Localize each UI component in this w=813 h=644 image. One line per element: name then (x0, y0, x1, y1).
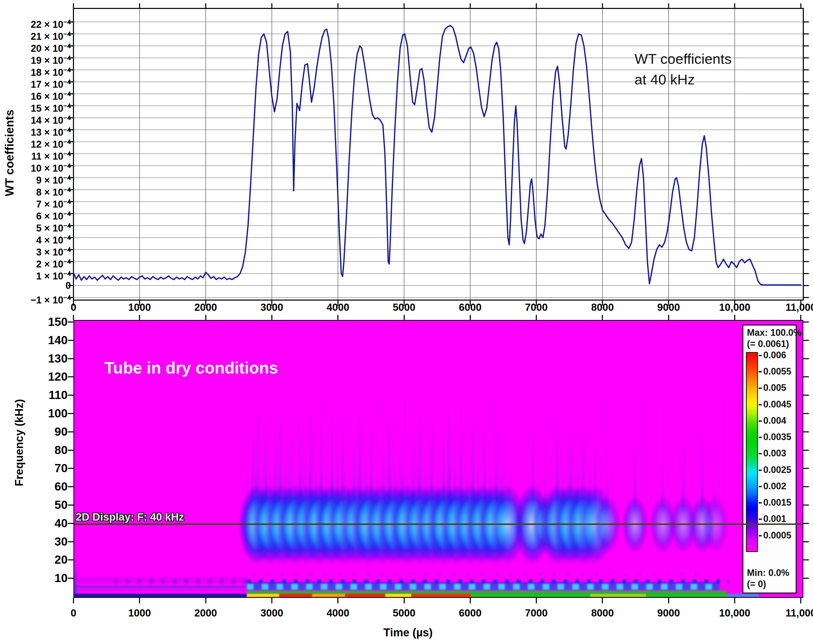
tick (803, 431, 809, 432)
x-tick-label: 6000 (459, 302, 482, 313)
tick (803, 504, 809, 506)
tick (68, 340, 74, 341)
x-tick-label: 2000 (194, 302, 217, 313)
y-tick-label: 10 (15, 571, 67, 585)
tick (803, 413, 809, 414)
colorbar-tick (759, 453, 762, 454)
tick (68, 486, 74, 487)
tick (803, 395, 809, 396)
colorbar-gradient (746, 352, 758, 552)
spectrogram-band-cyan-row (247, 584, 719, 590)
colorbar-tick (759, 470, 762, 471)
colorbar-tick (759, 486, 762, 487)
tick (68, 578, 74, 579)
tick (803, 322, 809, 322)
colorbar-min-percent: Min: 0.0% (747, 567, 789, 578)
spectrogram: Max: 100.0% (= 0.0061) 0.0060.00550.0050… (74, 320, 803, 598)
tick (803, 560, 809, 560)
y-tick-label: 0 (7, 279, 71, 292)
tick (470, 598, 471, 603)
colorbar-tick (759, 437, 762, 438)
colorbar-tick-label: 0.0045 (763, 399, 792, 410)
tick (602, 598, 603, 603)
tick (205, 315, 206, 320)
colorbar-tick (759, 420, 762, 422)
chart-annotation-line1: WT coefficients (635, 48, 732, 69)
tick (803, 358, 809, 359)
chart-annotation: WT coefficients at 40 kHz (635, 48, 732, 90)
x-tick-label: 4000 (327, 607, 350, 619)
tick (470, 315, 471, 320)
x-tick-label: 11,000 (785, 302, 813, 313)
bottom-y-axis-title: Frequency (kHz) (13, 399, 26, 486)
tick (800, 315, 801, 320)
x-tick-label: 1000 (128, 302, 151, 313)
spectrogram-band-bottom-edge (411, 594, 471, 597)
tick (68, 413, 74, 414)
y-tick-label: 30 (15, 535, 67, 548)
chart-annotation-line2: at 40 kHz (635, 69, 732, 90)
tick (272, 315, 272, 320)
tick (68, 504, 74, 506)
spectrogram-band-bottom-edge (471, 594, 590, 597)
colorbar-tick-label: 0.0015 (763, 497, 792, 508)
x-tick-label: 5000 (393, 302, 416, 313)
spectrogram-band-thin-line-6k (74, 586, 247, 587)
colorbar-tick (759, 404, 762, 405)
y-tick-label: 150 (15, 315, 67, 329)
x-tick-label: 9000 (657, 607, 680, 619)
spectrogram-band-bottom-edge (279, 594, 312, 597)
tick (803, 468, 809, 469)
tick (803, 578, 809, 579)
tick (205, 598, 206, 603)
figure: 22 × 10−421 × 10−420 × 10−419 × 10−418 ×… (0, 0, 813, 644)
colorbar-min-value: (= 0) (747, 578, 766, 590)
spectrogram-band-fine-dots-12k (253, 573, 702, 576)
y-tick-label: 50 (15, 498, 67, 512)
frequency-cursor-line[interactable] (74, 523, 802, 525)
tick (734, 315, 735, 320)
x-tick-label: 11,000 (785, 607, 813, 619)
top-y-axis-title: WT coefficients (3, 110, 16, 196)
x-tick-label: 9000 (657, 302, 680, 313)
tick (139, 315, 140, 320)
colorbar-legend: Max: 100.0% (= 0.0061) 0.0060.00550.0050… (742, 325, 797, 593)
tick (803, 523, 809, 524)
colorbar-tick-label: 0.0055 (763, 366, 792, 377)
tick (139, 598, 140, 603)
x-tick-label: 8000 (591, 302, 614, 313)
tick (68, 358, 74, 359)
tick (803, 450, 809, 451)
y-tick-label: 20 (15, 553, 67, 566)
tick (68, 376, 74, 377)
colorbar-tick-label: 0.0025 (763, 465, 792, 475)
colorbar-tick-label: 0.0035 (763, 432, 792, 442)
colorbar-tick (759, 502, 762, 503)
tick (803, 486, 809, 487)
tick (800, 598, 801, 603)
tick (68, 468, 74, 469)
colorbar-tick (759, 388, 762, 389)
x-tick-label: 3000 (260, 607, 283, 619)
tick (602, 315, 603, 320)
x-tick-label: 10,000 (719, 302, 750, 313)
y-tick-label: 120 (15, 370, 67, 383)
colorbar-tick (759, 355, 762, 356)
x-axis-title: Time (µs) (383, 626, 433, 639)
tick (68, 523, 74, 524)
tick (404, 315, 405, 320)
colorbar-tick-label: 0.0005 (763, 530, 792, 541)
y-tick-label: −1 × 10−4 (7, 291, 71, 306)
colorbar-tick-label: 0.003 (763, 448, 786, 458)
tick (803, 376, 809, 377)
colorbar-tick-label: 0.001 (763, 514, 786, 524)
spectrogram-band-bottom-edge (590, 594, 646, 597)
spectrogram-band-thin-line-4k (74, 589, 247, 590)
x-tick-label: 7000 (525, 607, 548, 619)
colorbar-max-percent: Max: 100.0% (747, 327, 802, 338)
x-tick-label: 6000 (459, 607, 482, 619)
tick (68, 560, 74, 560)
tick (734, 598, 735, 603)
spectrogram-band-bottom-edge (312, 594, 345, 597)
tick (68, 322, 74, 322)
